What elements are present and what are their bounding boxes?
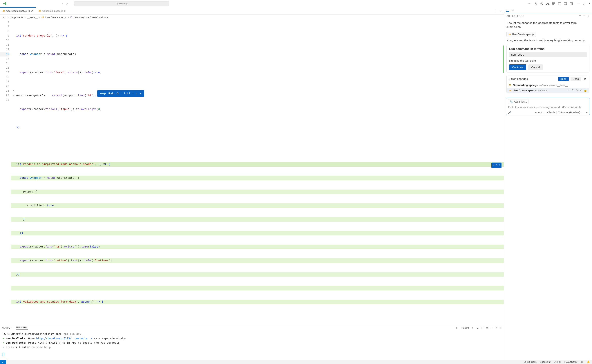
split-terminal-icon[interactable] [481, 327, 484, 329]
model-selector[interactable]: Claude 3.7 Sonnet (Preview) ⌄ [547, 111, 583, 114]
svg-point-5 [541, 3, 542, 4]
expand-icon[interactable]: ⤢ [139, 91, 142, 96]
undo-file-icon[interactable]: ↶ [572, 89, 574, 92]
close-tab-icon[interactable]: ✕ [31, 9, 33, 13]
close-button[interactable]: ✕ [589, 2, 591, 5]
settings-icon[interactable] [540, 2, 543, 5]
changed-file-row[interactable]: JS UserCreate.spec.js src\com... ✓ ↶ ⧉ ✕… [507, 88, 589, 93]
minimize-button[interactable]: ― [577, 2, 580, 5]
copilot-titlebar-icon[interactable]: ⌄ [528, 2, 532, 5]
bottom-panel: OUTPUT TERMINAL >_ Copilot ＋ ⌄ 🗑 ··· ˄ ✕ [0, 325, 504, 360]
cancel-button[interactable]: Cancel [528, 64, 543, 70]
statusbar: Ln 13, Col 1 Spaces: 2 UTF-8 {} JavaScri… [0, 360, 592, 364]
remote-indicator[interactable] [0, 360, 6, 364]
svg-rect-8 [552, 4, 553, 5]
copilot-input[interactable]: 📎 Add Files... 🎤 Agent ⌄ Claude 3.7 Sonn… [506, 98, 590, 115]
file-chip[interactable]: JS UserCreate.spec.js [506, 32, 536, 37]
status-bell-icon[interactable]: 🔔 [587, 361, 590, 363]
new-terminal-icon[interactable]: ＋ [471, 326, 474, 330]
svg-rect-19 [506, 9, 508, 11]
diff-file-icon[interactable]: ⧉ [576, 89, 578, 92]
undo-all-button[interactable]: Undo [571, 77, 581, 81]
add-files-button[interactable]: 📎 Add Files... [508, 99, 528, 104]
panel-left-icon[interactable] [558, 2, 561, 5]
panel-tab-terminal[interactable]: TERMINAL [16, 326, 28, 330]
svg-rect-12 [564, 4, 567, 5]
js-icon: JS [39, 10, 41, 12]
status-copilot-icon[interactable] [581, 361, 584, 364]
forward-button[interactable] [65, 2, 69, 5]
language-button[interactable]: DE [546, 2, 549, 5]
kill-terminal-icon[interactable]: 🗑 [486, 327, 488, 329]
panel-tab-output[interactable]: OUTPUT [2, 327, 12, 329]
tab-onboarding[interactable]: JS Onboarding.spec.js [36, 7, 68, 14]
terminal-cursor [3, 353, 4, 356]
code-editor[interactable]: 67891011121314151617181920212223 it('ren… [0, 20, 504, 325]
send-icon[interactable]: ➤ [585, 111, 588, 114]
diff-all-icon[interactable]: ⧉ [583, 77, 587, 81]
mode-selector[interactable]: Agent ⌄ [535, 111, 545, 114]
diff-icon[interactable]: ⧉ [117, 91, 118, 96]
split-editor-icon[interactable] [493, 10, 497, 13]
close-panel-icon[interactable]: ✕ [500, 327, 501, 329]
copilot-message: Now, let's run the tests to verify every… [506, 38, 589, 42]
tab-usercreate[interactable]: JS UserCreate.spec.js ✕ [0, 7, 36, 14]
accept-file-icon[interactable]: ✓ [567, 89, 570, 92]
svg-point-2 [529, 3, 529, 4]
svg-point-0 [116, 3, 118, 4]
back-button[interactable] [61, 2, 64, 5]
new-session-icon[interactable]: ＋ [587, 14, 589, 18]
svg-point-21 [582, 362, 582, 362]
status-language[interactable]: {} JavaScript [564, 361, 577, 363]
status-encoding[interactable]: UTF-8 [554, 361, 561, 363]
mic-icon[interactable]: 🎤 [508, 111, 511, 114]
svg-point-22 [582, 362, 583, 362]
prev-change-icon[interactable]: ↑ [132, 91, 134, 96]
dirty-indicator [28, 10, 30, 12]
lock-icon[interactable]: 🔒 [584, 89, 587, 92]
keep-undo-bar[interactable]: Keep Undo ⧉ | 2 of 2 ↑ ↓ ⤢ [97, 90, 144, 97]
undo-history-icon[interactable]: ↶ [579, 14, 581, 18]
copilot-textbox[interactable] [508, 105, 588, 109]
copilot-message: Now let me enhance the UserCreate tests … [506, 21, 589, 29]
status-position[interactable]: Ln 13, Col 1 [524, 361, 537, 363]
discard-file-icon[interactable]: ✕ [579, 89, 582, 92]
redo-history-icon[interactable]: ↷ [583, 14, 585, 18]
maximize-panel-icon[interactable]: ˄ [496, 327, 497, 329]
changes-card: 2 files changed Keep Undo ⧉ JS Onboardin… [506, 75, 589, 93]
dirty-indicator [64, 10, 66, 12]
layout-customize-icon[interactable] [552, 2, 555, 5]
copilot-new-icon[interactable] [506, 8, 509, 12]
changed-file-row[interactable]: JS Onboarding.spec.js src\components\__t… [507, 83, 589, 88]
tab-label: Onboarding.spec.js [42, 10, 63, 12]
keep-all-button[interactable]: Keep [558, 77, 569, 81]
command-center[interactable]: my-app [74, 1, 169, 6]
svg-rect-20 [581, 361, 583, 363]
terminal-dropdown-icon[interactable]: ⌄ [476, 327, 478, 329]
account-icon[interactable] [534, 2, 538, 5]
continue-button[interactable]: Continue [509, 64, 526, 70]
more-actions-icon[interactable]: ··· [499, 10, 501, 13]
svg-point-4 [535, 3, 536, 4]
panel-right-icon[interactable] [570, 2, 573, 5]
svg-point-3 [529, 3, 529, 4]
maximize-button[interactable]: ▢ [583, 2, 585, 5]
titlebar: my-app ⌄ DE ― ▢ ✕ [0, 0, 592, 7]
status-spaces[interactable]: Spaces: 2 [540, 361, 551, 363]
terminal[interactable]: PS C:\Users\olguzzar\projects\my-app> np… [0, 331, 504, 360]
svg-rect-1 [528, 3, 530, 4]
breadcrumb[interactable]: src› components› __tests__› JS UserCreat… [0, 15, 504, 20]
symbol-icon: ⬡ [70, 16, 72, 19]
svg-rect-14 [572, 3, 572, 5]
next-change-icon[interactable]: ↓ [136, 91, 137, 96]
svg-rect-7 [554, 3, 555, 3]
js-icon: JS [3, 10, 5, 12]
more-icon[interactable]: ··· [491, 327, 493, 329]
terminal-profile-icon[interactable]: >_ [456, 327, 459, 329]
tab-label: UserCreate.spec.js [6, 10, 27, 12]
copilot-chat-icon[interactable] [511, 8, 514, 12]
inline-suggestion-actions[interactable]: ✓↶⧉ [491, 162, 501, 168]
copilot-panel: COPILOT EDITS ↶ ↷ ＋ Now let me enhance t… [504, 7, 592, 360]
nav-arrows [61, 2, 69, 5]
panel-bottom-icon[interactable] [564, 2, 567, 5]
